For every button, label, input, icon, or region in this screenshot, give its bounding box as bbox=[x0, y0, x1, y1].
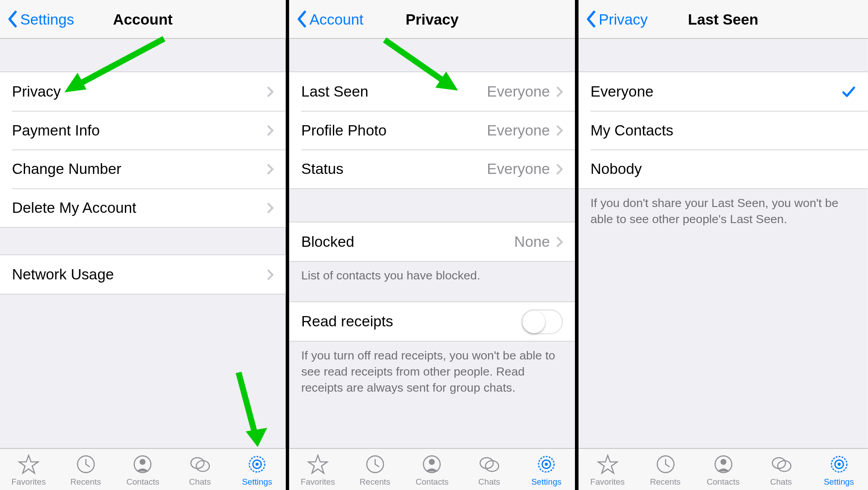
row-label: Read receipts bbox=[301, 313, 521, 330]
read-receipts-toggle[interactable] bbox=[521, 309, 563, 334]
svg-point-24 bbox=[720, 459, 726, 465]
content: Last Seen Everyone Profile Photo Everyon… bbox=[289, 39, 575, 448]
row-label: Last Seen bbox=[301, 83, 487, 100]
row-label: Blocked bbox=[301, 233, 514, 250]
back-button[interactable]: Settings bbox=[7, 10, 74, 28]
row-delete-account[interactable]: Delete My Account bbox=[0, 188, 286, 227]
tab-label: Recents bbox=[70, 477, 101, 486]
person-icon bbox=[132, 453, 153, 475]
tab-chats[interactable]: Chats bbox=[171, 449, 229, 490]
group-options: Everyone My Contacts Nobody bbox=[579, 72, 868, 189]
tab-label: Favorites bbox=[11, 477, 46, 486]
chevron-right-icon bbox=[267, 124, 274, 136]
row-label: Profile Photo bbox=[301, 122, 487, 139]
group-account-main: Privacy Payment Info Change Number Delet… bbox=[0, 72, 286, 228]
tab-chats[interactable]: Chats bbox=[752, 449, 810, 490]
group-read-receipts: Read receipts bbox=[289, 301, 575, 341]
tab-settings[interactable]: Settings bbox=[229, 449, 286, 490]
tab-recents[interactable]: Recents bbox=[636, 449, 694, 490]
tab-favorites[interactable]: Favorites bbox=[0, 449, 57, 490]
gear-icon bbox=[247, 453, 268, 475]
chevron-right-icon bbox=[556, 236, 563, 248]
row-value: Everyone bbox=[487, 122, 550, 139]
star-icon bbox=[18, 453, 39, 475]
group-network: Network Usage bbox=[0, 254, 286, 294]
tab-chats[interactable]: Chats bbox=[461, 449, 518, 490]
clock-icon bbox=[655, 453, 676, 475]
chevron-right-icon bbox=[267, 269, 274, 281]
checkmark-icon bbox=[842, 85, 856, 97]
back-label: Account bbox=[310, 10, 363, 28]
row-change-number[interactable]: Change Number bbox=[0, 150, 286, 189]
group-visibility: Last Seen Everyone Profile Photo Everyon… bbox=[289, 72, 575, 189]
chevron-left-icon bbox=[297, 10, 307, 28]
chats-icon bbox=[478, 453, 500, 475]
chevron-right-icon bbox=[267, 85, 274, 97]
tab-label: Contacts bbox=[416, 477, 449, 486]
tabbar: Favorites Recents Contacts Chats Setting… bbox=[0, 448, 286, 490]
navbar: Privacy Last Seen bbox=[579, 0, 868, 39]
tab-contacts[interactable]: Contacts bbox=[114, 449, 171, 490]
svg-point-21 bbox=[545, 463, 548, 466]
row-value: Everyone bbox=[487, 161, 550, 178]
person-icon bbox=[712, 453, 734, 475]
row-label: Nobody bbox=[591, 161, 856, 178]
tabbar: Favorites Recents Contacts Chats Setting… bbox=[579, 448, 868, 490]
row-label: Delete My Account bbox=[12, 199, 267, 216]
tab-recents[interactable]: Recents bbox=[57, 449, 115, 490]
row-value: None bbox=[514, 233, 550, 250]
navbar: Account Privacy bbox=[289, 0, 575, 39]
svg-point-11 bbox=[255, 463, 259, 466]
tab-settings[interactable]: Settings bbox=[518, 449, 575, 490]
content: Privacy Payment Info Change Number Delet… bbox=[0, 39, 286, 448]
star-icon bbox=[307, 453, 328, 475]
row-label: Privacy bbox=[12, 83, 267, 100]
row-label: My Contacts bbox=[591, 122, 856, 139]
chevron-left-icon bbox=[586, 10, 596, 28]
row-last-seen[interactable]: Last Seen Everyone bbox=[289, 72, 575, 111]
option-nobody[interactable]: Nobody bbox=[579, 150, 868, 189]
option-everyone[interactable]: Everyone bbox=[579, 72, 868, 111]
row-payment-info[interactable]: Payment Info bbox=[0, 111, 286, 150]
row-read-receipts[interactable]: Read receipts bbox=[289, 302, 575, 341]
page-title: Privacy bbox=[405, 10, 459, 28]
tab-label: Chats bbox=[478, 477, 500, 486]
page-title: Last Seen bbox=[688, 10, 758, 28]
tab-contacts[interactable]: Contacts bbox=[404, 449, 461, 490]
row-label: Network Usage bbox=[12, 266, 267, 283]
svg-point-16 bbox=[429, 459, 435, 465]
row-status[interactable]: Status Everyone bbox=[289, 150, 575, 189]
back-button[interactable]: Account bbox=[297, 10, 364, 28]
star-icon bbox=[597, 453, 618, 475]
back-button[interactable]: Privacy bbox=[586, 10, 648, 28]
tab-label: Favorites bbox=[590, 477, 625, 486]
tab-settings[interactable]: Settings bbox=[810, 449, 868, 490]
tab-label: Chats bbox=[189, 477, 211, 486]
chevron-right-icon bbox=[267, 163, 274, 175]
tab-label: Contacts bbox=[126, 477, 159, 486]
tab-label: Settings bbox=[824, 477, 854, 486]
chats-icon bbox=[189, 453, 211, 475]
row-network-usage[interactable]: Network Usage bbox=[0, 255, 286, 294]
row-privacy[interactable]: Privacy bbox=[0, 72, 286, 111]
content: Everyone My Contacts Nobody If you don't… bbox=[579, 39, 868, 448]
tab-label: Favorites bbox=[301, 477, 335, 486]
chevron-left-icon bbox=[7, 10, 18, 28]
panel-last-seen: Privacy Last Seen Everyone My Contacts N… bbox=[579, 0, 868, 490]
row-profile-photo[interactable]: Profile Photo Everyone bbox=[289, 111, 575, 150]
panel-account: Settings Account Privacy Payment Info Ch… bbox=[0, 0, 289, 490]
row-blocked[interactable]: Blocked None bbox=[289, 222, 575, 261]
tab-favorites[interactable]: Favorites bbox=[289, 449, 347, 490]
tab-favorites[interactable]: Favorites bbox=[579, 449, 636, 490]
tab-recents[interactable]: Recents bbox=[346, 449, 404, 490]
gear-icon bbox=[828, 453, 850, 475]
row-label: Everyone bbox=[591, 83, 842, 100]
tab-label: Chats bbox=[770, 477, 792, 486]
tab-contacts[interactable]: Contacts bbox=[694, 449, 752, 490]
back-label: Settings bbox=[20, 10, 74, 28]
panel-privacy: Account Privacy Last Seen Everyone Profi… bbox=[289, 0, 579, 490]
row-label: Change Number bbox=[12, 161, 267, 178]
tab-label: Recents bbox=[650, 477, 681, 486]
option-my-contacts[interactable]: My Contacts bbox=[579, 111, 868, 150]
svg-point-29 bbox=[838, 463, 841, 466]
